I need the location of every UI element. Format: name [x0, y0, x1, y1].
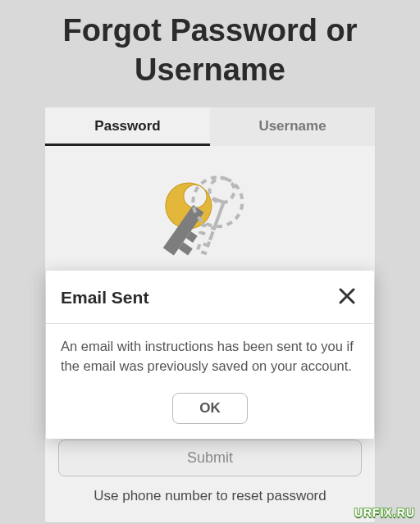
modal-footer: OK	[46, 393, 374, 439]
ok-button[interactable]: OK	[172, 393, 248, 424]
email-sent-modal: Email Sent An email with instructions ha…	[46, 271, 374, 439]
page-title: Forgot Password or Username	[0, 0, 420, 107]
key-icon	[153, 169, 267, 284]
modal-header: Email Sent	[46, 271, 374, 324]
modal-body-text: An email with instructions has been sent…	[46, 324, 374, 393]
use-phone-link[interactable]: Use phone number to reset password	[45, 488, 375, 522]
submit-button[interactable]: Submit	[58, 440, 362, 476]
modal-title: Email Sent	[61, 288, 148, 308]
close-icon[interactable]	[335, 284, 359, 312]
tab-username[interactable]: Username	[210, 107, 375, 146]
tab-password[interactable]: Password	[45, 107, 210, 146]
tabs: Password Username	[45, 107, 375, 146]
watermark: URFIX.RU	[354, 506, 415, 519]
